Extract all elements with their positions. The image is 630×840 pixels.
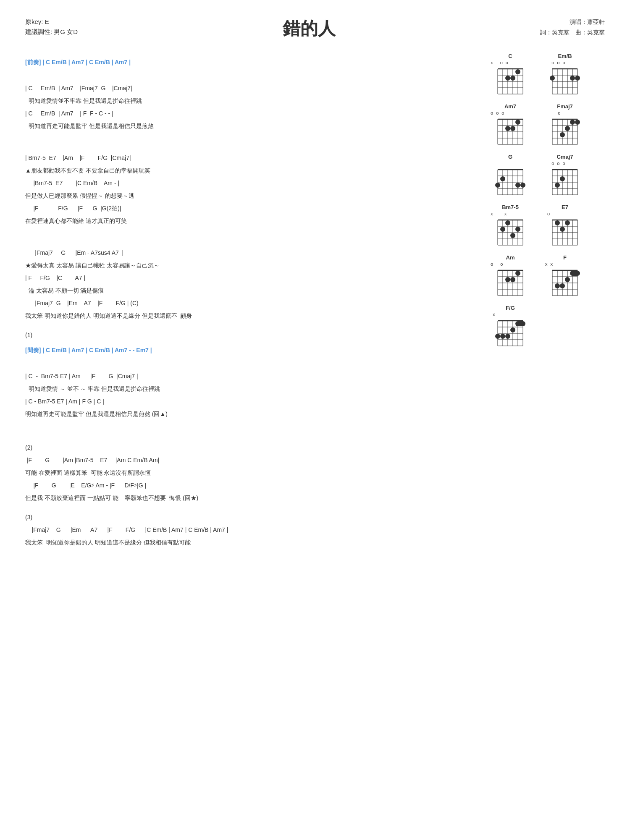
svg-point-127 (515, 271, 520, 276)
chord-line: | C - Bm7-5 E7 | Am | F G | C | (25, 395, 479, 407)
svg-rect-139 (570, 271, 580, 276)
chord-line: | Bm7-5 E7 |Am |F F/G |Cmaj7| (25, 152, 479, 164)
label3: (3) (25, 511, 479, 523)
artist-info: 演唱：蕭亞軒 詞：吳克羣 曲：吳克羣 (540, 17, 605, 38)
verse1-block: | C Em/B | Am7 |Fmaj7 G |Cmaj7| 明知道愛情並不牢… (25, 82, 479, 132)
original-key: 原key: E (25, 17, 78, 27)
suggested-key: 建議調性: 男G 女D (25, 27, 78, 37)
lyric-line: ★愛得太真 太容易 讓自己犧牲 太容易讓～自己沉～ (25, 259, 479, 271)
chord-Bm75: Bm7-5 x x (487, 204, 533, 247)
verse4-block: |F G |Am |Bm7-5 E7 |Am C Em/B Am| 可能 在愛裡… (25, 454, 479, 504)
svg-point-142 (555, 283, 560, 288)
svg-point-112 (565, 220, 570, 225)
svg-point-39 (515, 120, 520, 125)
credits: 詞：吳克羣 曲：吳克羣 (540, 27, 605, 38)
lyric-line: 但是我 不願放棄這裡面 一點點可 能 寧願笨也不想要 悔恨 (回★) (25, 492, 479, 504)
chord-line: |Bm7-5 E7 |C Em/B Am - | (25, 177, 479, 189)
svg-point-56 (560, 132, 565, 137)
svg-point-68 (495, 183, 500, 188)
svg-point-27 (550, 76, 555, 81)
chord-row-1: C x o o (487, 53, 605, 96)
chords-section: C x o o (487, 53, 605, 556)
svg-point-54 (570, 120, 575, 125)
chord-line: | C Em/B | Am7 | F F - C - - | (25, 107, 479, 119)
svg-point-158 (495, 334, 500, 339)
chord-Am7: Am7 o o o (487, 103, 533, 146)
prelude-line: [前奏] | C Em/B | Am7 | C Em/B | Am7 | (25, 56, 479, 68)
svg-point-113 (560, 227, 565, 232)
chord-EmB: Em/B o o o (542, 53, 588, 96)
chord-row-6: F/G x (487, 305, 605, 348)
svg-point-111 (555, 220, 560, 225)
chord-G: G (487, 154, 533, 196)
svg-point-11 (515, 69, 520, 74)
chord-C: C x o o (487, 53, 533, 96)
chord-row-2: Am7 o o o (487, 103, 605, 146)
svg-point-13 (505, 76, 510, 81)
svg-point-83 (560, 176, 565, 181)
svg-point-71 (515, 183, 520, 188)
chord-line: | C - Bm7-5 E7 | Am |F G |Cmaj7 | (25, 370, 479, 382)
svg-point-12 (510, 76, 515, 81)
svg-point-55 (565, 126, 570, 131)
lyrics-section: [前奏] | C Em/B | Am7 | C Em/B | Am7 | | C… (25, 53, 479, 556)
lyric-line: 但是做人已經那麼累 假惺惺～ 的想要～逃 (25, 190, 479, 201)
lyric-line: 淪 太容易 不顧一切 滿是傷痕 (25, 285, 479, 296)
label2: (2) (25, 442, 479, 453)
lyric-line: 可能 在愛裡面 這樣算笨 可能 永遠沒有所謂永恆 (25, 467, 479, 479)
interlude-line: [間奏] | C Em/B | Am7 | C Em/B | Am7 - - E… (25, 344, 479, 356)
svg-point-141 (560, 283, 565, 288)
svg-point-70 (520, 183, 525, 188)
svg-point-125 (505, 277, 510, 282)
lyric-line: 明知道再走可能是監牢 但是我還是相信只是煎熬 (回▲) (25, 408, 479, 420)
song-title: 錯的人 (78, 17, 540, 40)
svg-point-96 (515, 227, 520, 232)
lyric-line: 在愛裡連真心都不能給 這才真正的可笑 (25, 215, 479, 227)
chord-FG: F/G x (487, 305, 533, 348)
lyric-line: 明知道愛情並不牢靠 但是我還是拼命往裡跳 (25, 95, 479, 107)
svg-point-40 (510, 126, 515, 131)
content-area: [前奏] | C Em/B | Am7 | C Em/B | Am7 | | C… (25, 53, 605, 556)
chord-line: |F G |Am |Bm7-5 E7 |Am C Em/B Am| (25, 454, 479, 466)
chord-E7: E7 o (542, 204, 588, 247)
svg-rect-154 (515, 321, 525, 326)
chord-row-4: Bm7-5 x x (487, 204, 605, 247)
svg-point-99 (500, 227, 505, 232)
svg-point-98 (505, 220, 510, 225)
chord-line: |Fmaj7 G |Em - A7sus4 A7 | (25, 247, 479, 259)
chord-row-3: G (487, 154, 605, 196)
label1: (1) (25, 329, 479, 341)
chord-line: |F G |E E/G♯ Am - |F D/F♯|G | (25, 479, 479, 491)
chord-F: F x x (542, 254, 588, 297)
chord-line: |Fmaj7 G |Em A7 |F F/G |C Em/B | Am7 | C… (25, 524, 479, 536)
finale-block: |Fmaj7 G |Em A7 |F F/G |C Em/B | Am7 | C… (25, 524, 479, 548)
chord-row-5: Am o o (487, 254, 605, 297)
lyric-line: ▲朋友都勸我不要不要 不要拿自己的幸福開玩笑 (25, 165, 479, 176)
svg-point-140 (565, 277, 570, 282)
svg-point-155 (510, 327, 515, 332)
header: 原key: E 建議調性: 男G 女D 錯的人 演唱：蕭亞軒 詞：吳克羣 曲：吳… (25, 17, 605, 40)
verse2-block: | Bm7-5 E7 |Am |F F/G |Cmaj7| ▲朋友都勸我不要不要… (25, 152, 479, 227)
svg-point-126 (510, 277, 515, 282)
svg-point-156 (505, 334, 510, 339)
chord-Cmaj7: Cmaj7 o o o (542, 154, 588, 196)
chord-Fmaj7: Fmaj7 o (542, 103, 588, 146)
chorus-block: |Fmaj7 G |Em - A7sus4 A7 | ★愛得太真 太容易 讓自己… (25, 247, 479, 322)
page-container: 原key: E 建議調性: 男G 女D 錯的人 演唱：蕭亞軒 詞：吳克羣 曲：吳… (25, 17, 605, 556)
lyric-line: 我太笨 明知道你是錯的人 明知道這不是緣分 但是我還竄不 顧身 (25, 310, 479, 322)
svg-point-84 (555, 183, 560, 188)
chord-line: | C Em/B | Am7 |Fmaj7 G |Cmaj7| (25, 82, 479, 94)
chord-line: |F F/G |F G |G(2拍)| (25, 202, 479, 214)
verse3-block: | C - Bm7-5 E7 | Am |F G |Cmaj7 | 明知道愛情 … (25, 370, 479, 420)
svg-point-157 (500, 334, 505, 339)
chord-line: | F F/G |C A7 | (25, 272, 479, 284)
svg-point-69 (500, 176, 505, 181)
svg-point-97 (510, 233, 515, 238)
svg-point-26 (570, 76, 575, 81)
lyric-line: 明知道愛情 ～ 並不 ～ 牢靠 但是我還是拼命往裡跳 (25, 383, 479, 395)
lyric-line: 我太笨 明知道你是錯的人 明知道這不是緣分 但我相信有點可能 (25, 536, 479, 548)
svg-point-25 (575, 76, 580, 81)
artist-label: 演唱：蕭亞軒 (540, 17, 605, 27)
chord-line: |Fmaj7 G |Em A7 |F F/G | (C) (25, 297, 479, 309)
svg-point-41 (505, 126, 510, 131)
